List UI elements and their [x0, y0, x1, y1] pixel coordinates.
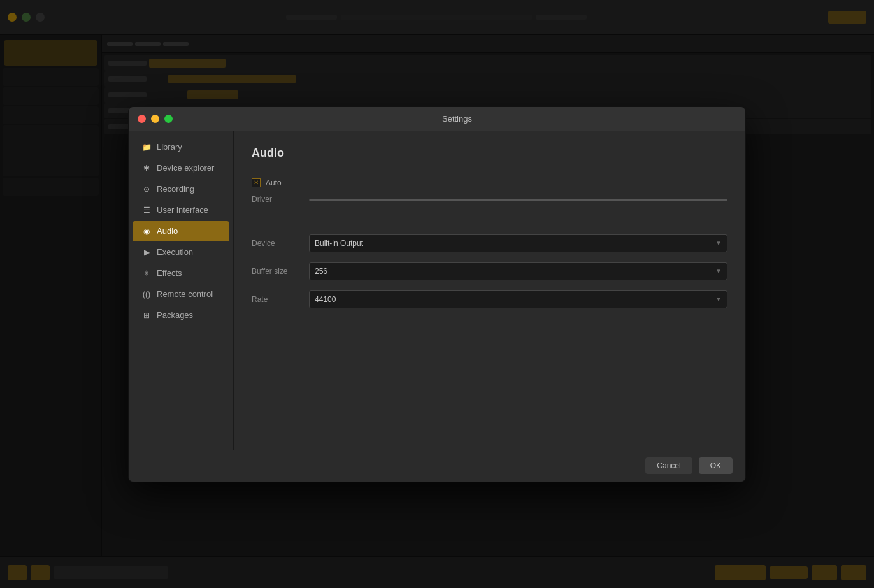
maximize-button[interactable] — [164, 115, 173, 123]
nav-icon-device-explorer: ✱ — [141, 163, 152, 173]
nav-item-device-explorer[interactable]: ✱Device explorer — [133, 158, 229, 178]
nav-item-audio[interactable]: ◉Audio — [133, 221, 229, 241]
device-label: Device — [252, 239, 309, 248]
rate-arrow-icon: ▼ — [715, 296, 722, 303]
rate-field-row: Rate 44100 ▼ — [252, 290, 727, 308]
buffer-arrow-icon: ▼ — [715, 268, 722, 275]
nav-label-audio: Audio — [157, 226, 178, 236]
minimize-button[interactable] — [151, 115, 159, 123]
nav-label-device-explorer: Device explorer — [157, 163, 214, 173]
nav-item-library[interactable]: 📁Library — [133, 137, 229, 157]
nav-label-library: Library — [157, 142, 182, 152]
nav-item-user-interface[interactable]: ☰User interface — [133, 200, 229, 220]
settings-dialog: Settings 📁Library✱Device explorer⊙Record… — [128, 106, 746, 482]
nav-icon-effects: ✳ — [141, 268, 152, 278]
driver-field-row: Driver — [252, 195, 727, 204]
dialog-main-content: Audio ✕ Auto Driver Device — [234, 131, 745, 450]
rate-label: Rate — [252, 295, 309, 304]
device-field-control: Built-in Output ▼ — [309, 234, 727, 252]
nav-label-remote-control: Remote control — [157, 289, 213, 299]
close-button[interactable] — [138, 115, 146, 123]
rate-value: 44100 — [315, 295, 336, 304]
device-field-row: Device Built-in Output ▼ — [252, 234, 727, 252]
nav-label-recording: Recording — [157, 184, 194, 194]
auto-checkbox[interactable]: ✕ — [252, 178, 261, 187]
nav-item-recording[interactable]: ⊙Recording — [133, 179, 229, 199]
dialog-footer: Cancel OK — [129, 450, 745, 482]
device-select[interactable]: Built-in Output ▼ — [309, 234, 727, 252]
nav-icon-user-interface: ☰ — [141, 205, 152, 215]
dialog-title: Settings — [178, 114, 736, 124]
nav-icon-packages: ⊞ — [141, 310, 152, 320]
settings-nav: 📁Library✱Device explorer⊙Recording☰User … — [129, 131, 234, 450]
nav-item-effects[interactable]: ✳Effects — [133, 263, 229, 283]
nav-icon-remote-control: (() — [141, 289, 152, 299]
auto-row: ✕ Auto — [252, 178, 727, 187]
nav-label-packages: Packages — [157, 310, 193, 320]
driver-label: Driver — [252, 195, 309, 204]
cancel-button[interactable]: Cancel — [645, 457, 692, 474]
nav-icon-audio: ◉ — [141, 226, 152, 236]
rate-field-control: 44100 ▼ — [309, 290, 727, 308]
device-value: Built-in Output — [315, 239, 363, 248]
nav-icon-execution: ▶ — [141, 247, 152, 257]
nav-label-execution: Execution — [157, 247, 193, 257]
buffer-field-row: Buffer size 256 ▼ — [252, 262, 727, 280]
nav-label-effects: Effects — [157, 268, 182, 278]
buffer-select[interactable]: 256 ▼ — [309, 262, 727, 280]
buffer-label: Buffer size — [252, 267, 309, 276]
driver-dropdown-menu[interactable] — [309, 199, 727, 201]
nav-icon-library: 📁 — [141, 142, 152, 152]
dialog-body: 📁Library✱Device explorer⊙Recording☰User … — [129, 131, 745, 450]
buffer-field-control: 256 ▼ — [309, 262, 727, 280]
section-title: Audio — [252, 147, 727, 168]
rate-select[interactable]: 44100 ▼ — [309, 290, 727, 308]
ok-button[interactable]: OK — [699, 457, 733, 474]
nav-item-execution[interactable]: ▶Execution — [133, 242, 229, 262]
dialog-titlebar: Settings — [129, 107, 745, 131]
nav-icon-recording: ⊙ — [141, 184, 152, 194]
buffer-value: 256 — [315, 267, 327, 276]
nav-item-remote-control[interactable]: (()Remote control — [133, 284, 229, 305]
nav-item-packages[interactable]: ⊞Packages — [133, 305, 229, 326]
nav-label-user-interface: User interface — [157, 205, 208, 215]
auto-label: Auto — [266, 178, 282, 187]
device-arrow-icon: ▼ — [715, 240, 722, 247]
